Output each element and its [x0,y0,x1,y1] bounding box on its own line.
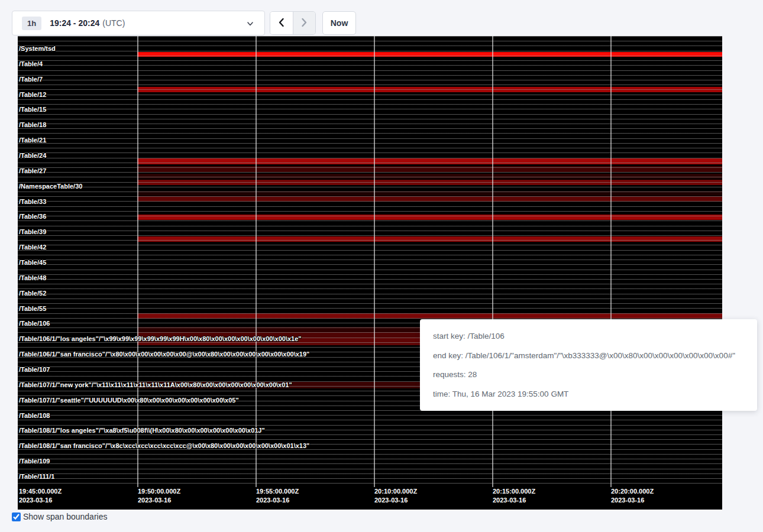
heat-band[interactable] [137,313,722,319]
chevron-down-icon [247,19,254,26]
heat-band[interactable] [137,166,722,172]
tick-date: 2023-03-16 [19,496,62,505]
tick-time: 20:15:00.000Z [493,487,535,496]
x-axis-tick: 20:15:00.000Z2023-03-16 [493,487,535,505]
span-row-label: /Table/27 [19,167,46,174]
tick-time: 19:55:00.000Z [256,487,299,496]
span-row-label: /Table/107 [19,366,50,373]
span-row-label: /Table/55 [19,305,46,312]
heat-band[interactable] [137,174,722,179]
span-row-label: /Table/111/1 [19,473,54,480]
span-row-label: /Table/108/1/"los angeles"/"\xa8\xf5\u00… [19,427,265,434]
chevron-left-icon [277,18,286,29]
heat-band[interactable] [137,158,722,164]
time-gridline [610,36,612,487]
time-range-nav-group [270,11,316,35]
tick-time: 19:50:00.000Z [138,487,180,496]
span-row-label: /Table/45 [19,259,46,266]
tooltip-requests: requests: 28 [433,370,744,379]
heat-band[interactable] [137,191,722,196]
heat-band[interactable] [137,87,722,92]
time-gridline [492,36,493,487]
span-row-label: /Table/15 [19,106,46,113]
span-row-label: /Table/24 [19,152,46,159]
prev-range-button[interactable] [270,12,293,34]
x-axis-tick: 19:55:00.000Z2023-03-16 [256,487,299,505]
span-row-label: /Table/107/1/"new york"/"\x11\x11\x11\x1… [19,381,292,388]
heat-band[interactable] [137,236,722,242]
time-range-duration-badge: 1h [22,17,41,30]
heat-band[interactable] [137,215,722,220]
x-axis-tick: 20:10:00.000Z2023-03-16 [374,487,417,505]
span-row-label: /Table/4 [19,60,43,67]
now-button[interactable]: Now [322,11,356,35]
span-row-label: /Table/52 [19,290,46,297]
span-row-label: /Table/109 [19,458,50,465]
span-row-label: /Table/18 [19,121,46,128]
chevron-right-icon [300,18,308,29]
tooltip-time: time: Thu, 16 Mar 2023 19:55:00 GMT [433,390,744,398]
tick-date: 2023-03-16 [611,496,654,505]
time-range-label: 19:24 - 20:24 [50,18,99,28]
show-span-boundaries-checkbox[interactable] [12,512,21,521]
heat-band[interactable] [137,52,722,57]
span-boundary-lines [18,36,722,488]
x-axis-tick: 19:45:00.000Z2023-03-16 [19,487,62,505]
next-range-button[interactable] [293,12,316,34]
span-row-label: /Table/106/1/"los angeles"/"\x99\x99\x99… [19,335,302,342]
tick-time: 19:45:00.000Z [19,487,62,496]
span-row-label: /Table/7 [19,76,43,83]
span-row-label: /Table/39 [19,228,46,235]
tick-date: 2023-03-16 [138,496,180,505]
span-row-label: /Table/21 [19,137,46,144]
span-row-label: /Table/36 [19,213,46,220]
span-tooltip: start key: /Table/106 end key: /Table/10… [420,319,757,411]
span-row-label: /System/tsd [19,45,56,52]
span-row-label: /Table/107/1/"seattle"/"UUUUUUD\x00\x80\… [19,397,239,404]
tooltip-start-key: start key: /Table/106 [433,332,744,340]
span-row-label: /Table/12 [19,91,46,98]
time-gridline [256,36,257,487]
span-row-label: /NamespaceTable/30 [19,183,82,190]
key-visualizer-canvas[interactable]: /System/tsd/Table/4/Table/7/Table/12/Tab… [18,36,722,510]
span-row-label: /Table/48 [19,274,46,281]
heat-band[interactable] [137,180,722,185]
tick-time: 20:20:00.000Z [611,487,654,496]
time-gridline [374,36,375,487]
span-row-label: /Table/108 [19,412,50,419]
x-axis-tick: 19:50:00.000Z2023-03-16 [138,487,180,505]
tick-date: 2023-03-16 [374,496,417,505]
span-row-label: /Table/33 [19,198,46,205]
x-axis-tick: 20:20:00.000Z2023-03-16 [611,487,654,505]
show-span-boundaries-row[interactable]: Show span boundaries [12,512,107,521]
heat-band[interactable] [137,196,722,202]
span-row-label: /Table/42 [19,244,46,251]
show-span-boundaries-label: Show span boundaries [23,512,107,521]
tooltip-end-key: end key: /Table/106/1/"amsterdam"/"\xb33… [433,351,744,360]
time-range-timezone: (UTC) [102,18,125,28]
time-gridline [137,36,138,487]
span-row-label: /Table/106 [19,320,50,327]
span-row-label: /Table/106/1/"san francisco"/"\x80\x00\x… [19,351,309,358]
tick-time: 20:10:00.000Z [374,487,417,496]
tick-date: 2023-03-16 [493,496,535,505]
tick-date: 2023-03-16 [256,496,299,505]
time-range-selector[interactable]: 1h 19:24 - 20:24 (UTC) [12,11,265,35]
span-row-label: /Table/108/1/"san francisco"/"\x8c\xcc\x… [19,442,309,449]
